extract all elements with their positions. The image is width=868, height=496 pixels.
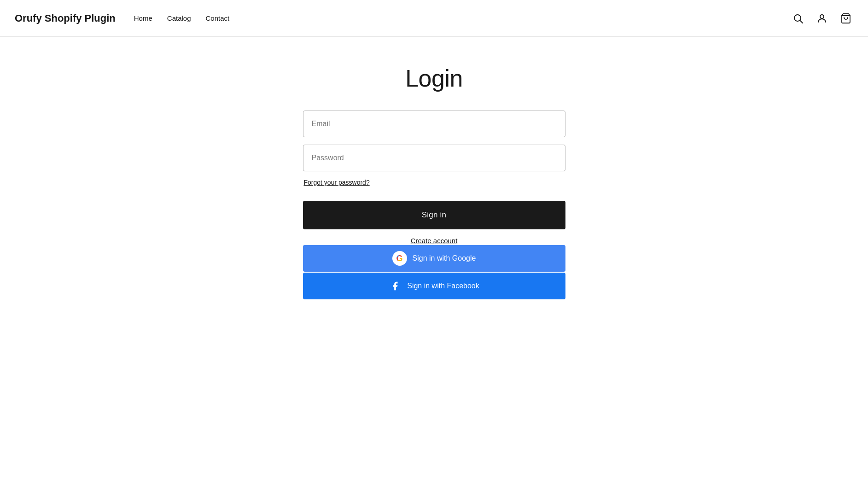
facebook-icon <box>389 280 402 292</box>
header-left: Orufy Shopify Plugin Home Catalog Contac… <box>15 12 229 24</box>
sign-in-google-button[interactable]: G Sign in with Google <box>303 245 565 272</box>
password-field[interactable] <box>303 145 565 171</box>
google-btn-label: Sign in with Google <box>413 254 476 263</box>
nav-home[interactable]: Home <box>134 14 152 22</box>
account-icon[interactable] <box>815 11 829 26</box>
site-header: Orufy Shopify Plugin Home Catalog Contac… <box>0 0 868 37</box>
sign-in-button[interactable]: Sign in <box>303 201 565 229</box>
sign-in-facebook-button[interactable]: Sign in with Facebook <box>303 273 565 299</box>
create-account-link[interactable]: Create account <box>411 237 458 245</box>
svg-line-1 <box>800 20 803 23</box>
header-icons <box>791 11 853 26</box>
google-icon: G <box>392 251 407 266</box>
site-title[interactable]: Orufy Shopify Plugin <box>15 12 116 24</box>
social-login-buttons: G Sign in with Google Sign in with Faceb… <box>303 245 565 300</box>
svg-point-2 <box>820 15 824 18</box>
cart-icon[interactable] <box>839 11 853 26</box>
nav-catalog[interactable]: Catalog <box>167 14 191 22</box>
email-field[interactable] <box>303 111 565 137</box>
page-title: Login <box>405 64 463 92</box>
search-icon[interactable] <box>791 11 805 26</box>
facebook-btn-label: Sign in with Facebook <box>407 282 479 290</box>
forgot-password-link[interactable]: Forgot your password? <box>304 179 370 186</box>
login-form: Forgot your password? Sign in Create acc… <box>303 111 565 300</box>
main-nav: Home Catalog Contact <box>134 14 229 22</box>
main-content: Login Forgot your password? Sign in Crea… <box>0 37 868 300</box>
nav-contact[interactable]: Contact <box>206 14 230 22</box>
